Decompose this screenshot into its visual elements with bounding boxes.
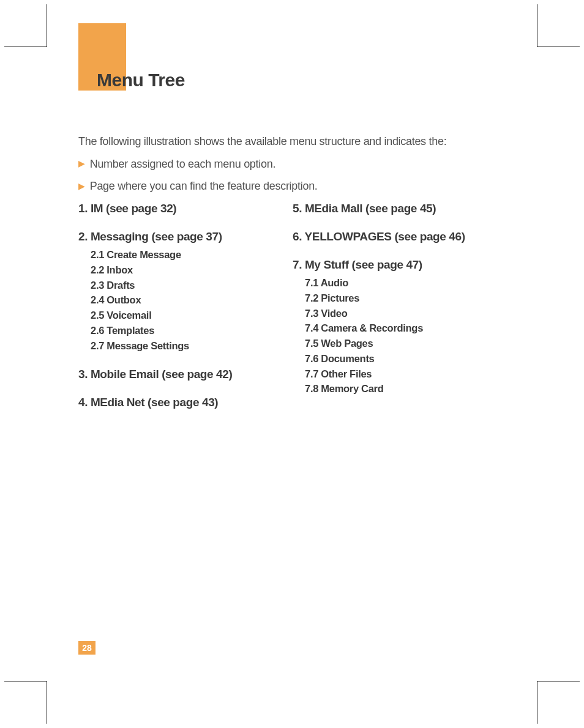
menu-section-title: 2. Messaging (see page 37): [78, 230, 293, 243]
page-number: 28: [82, 643, 92, 653]
menu-subitem: 2.1 Create Message: [91, 247, 293, 262]
menu-section-title: 6. YELLOWPAGES (see page 46): [293, 230, 507, 243]
menu-subitem: 7.1 Audio: [305, 275, 507, 291]
page-title: Menu Tree: [97, 70, 185, 91]
menu-subitems: 7.1 Audio 7.2 Pictures 7.3 Video 7.4 Cam…: [305, 275, 507, 396]
crop-mark: [537, 681, 537, 724]
menu-subitem: 7.8 Memory Card: [305, 381, 507, 396]
bullet-list: ▶ Number assigned to each menu option. ▶…: [78, 155, 519, 196]
bullet-text: Number assigned to each menu option.: [90, 155, 275, 174]
intro-section: The following illustration shows the ava…: [78, 132, 519, 196]
bullet-text: Page where you can find the feature desc…: [90, 177, 318, 196]
menu-subitem: 2.7 Message Settings: [91, 338, 293, 354]
menu-subitem: 7.3 Video: [305, 306, 507, 321]
crop-mark: [4, 681, 47, 682]
menu-section-title: 7. My Stuff (see page 47): [293, 258, 507, 272]
menu-columns: 1. IM (see page 32) 2. Messaging (see pa…: [78, 202, 519, 413]
menu-subitem: 2.6 Templates: [91, 323, 293, 338]
crop-mark: [47, 681, 47, 724]
left-column: 1. IM (see page 32) 2. Messaging (see pa…: [78, 202, 293, 413]
page-number-box: 28: [78, 641, 95, 655]
crop-mark: [4, 46, 47, 47]
menu-section-title: 5. MEdia Mall (see page 45): [293, 202, 507, 215]
menu-subitem: 7.7 Other Files: [305, 366, 507, 382]
crop-mark: [537, 681, 580, 682]
menu-subitem: 2.2 Inbox: [91, 262, 293, 278]
menu-subitem: 2.5 Voicemail: [91, 308, 293, 323]
arrow-right-icon: ▶: [78, 179, 85, 194]
bullet-item: ▶ Number assigned to each menu option.: [78, 155, 519, 174]
menu-subitems: 2.1 Create Message 2.2 Inbox 2.3 Drafts …: [91, 247, 293, 353]
menu-subitem: 2.4 Outbox: [91, 292, 293, 308]
menu-subitem: 7.2 Pictures: [305, 291, 507, 306]
menu-section-title: 1. IM (see page 32): [78, 202, 293, 215]
crop-mark: [47, 4, 47, 47]
right-column: 5. MEdia Mall (see page 45) 6. YELLOWPAG…: [293, 202, 507, 413]
menu-section-title: 3. Mobile Email (see page 42): [78, 368, 293, 381]
menu-subitem: 7.6 Documents: [305, 351, 507, 366]
crop-mark: [537, 46, 580, 47]
intro-text: The following illustration shows the ava…: [78, 132, 519, 151]
bullet-item: ▶ Page where you can find the feature de…: [78, 177, 519, 196]
menu-subitem: 2.3 Drafts: [91, 278, 293, 293]
menu-subitem: 7.5 Web Pages: [305, 336, 507, 351]
menu-subitem: 7.4 Camera & Recordings: [305, 321, 507, 336]
crop-mark: [537, 4, 537, 47]
arrow-right-icon: ▶: [78, 157, 85, 171]
menu-section-title: 4. MEdia Net (see page 43): [78, 396, 293, 409]
